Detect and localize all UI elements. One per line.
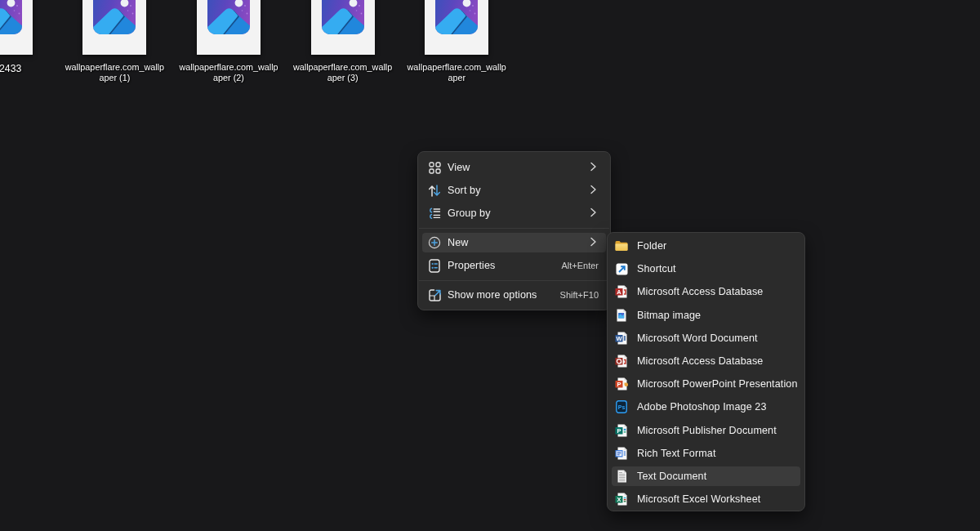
svg-text:P: P [617,381,621,388]
svg-text:X: X [617,496,621,503]
svg-text:A: A [617,288,621,296]
svg-text:W: W [616,335,622,342]
svg-text:P: P [617,427,621,435]
svg-text:Ps: Ps [618,404,626,410]
